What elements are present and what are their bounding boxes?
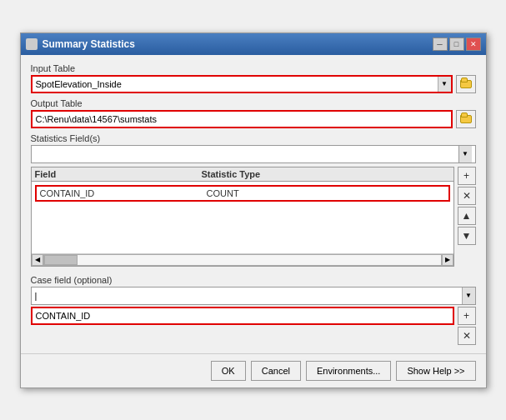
move-down-button[interactable]: ▼ xyxy=(458,227,476,245)
minimize-button[interactable]: ─ xyxy=(433,38,448,51)
folder-icon-2 xyxy=(460,115,472,123)
add-row-button[interactable]: + xyxy=(458,167,476,185)
input-table-dropdown-arrow[interactable]: ▼ xyxy=(438,77,451,92)
h-scrollbar-thumb[interactable] xyxy=(44,255,78,265)
case-value-row: CONTAIN_ID + ✕ xyxy=(31,307,476,345)
output-table-browse-button[interactable] xyxy=(456,110,476,128)
folder-icon xyxy=(460,80,472,88)
case-field-dropdown-arrow[interactable]: ▼ xyxy=(462,288,475,304)
title-bar-left: Summary Statistics xyxy=(26,38,135,50)
table-row[interactable]: CONTAIN_ID COUNT xyxy=(35,185,450,202)
move-up-button[interactable]: ▲ xyxy=(458,207,476,225)
table-side-buttons: + ✕ ▲ ▼ xyxy=(458,167,476,267)
input-table-label: Input Table xyxy=(31,63,476,73)
close-button[interactable]: ✕ xyxy=(466,38,481,51)
statistics-dropdown[interactable]: ▼ xyxy=(31,145,476,163)
title-bar: Summary Statistics ─ □ ✕ xyxy=(21,33,486,55)
table-header: Field Statistic Type xyxy=(32,168,453,182)
ok-button[interactable]: OK xyxy=(211,361,246,381)
input-table-browse-button[interactable] xyxy=(456,75,476,93)
environments-button[interactable]: Environments... xyxy=(306,361,391,381)
table-cell-statistic-type: COUNT xyxy=(207,188,445,198)
case-side-buttons: + ✕ xyxy=(458,307,476,345)
output-table-row: C:\Renu\data\14567\sumstats xyxy=(31,110,476,128)
input-table-combo[interactable]: SpotElevation_Inside ▼ xyxy=(31,75,453,93)
h-scroll-left-arrow[interactable]: ◀ xyxy=(32,254,43,266)
case-selected-value[interactable]: CONTAIN_ID xyxy=(31,307,454,325)
output-table-label: Output Table xyxy=(31,98,476,108)
output-table-section: Output Table C:\Renu\data\14567\sumstats xyxy=(31,98,476,128)
app-icon xyxy=(26,38,38,50)
remove-row-button[interactable]: ✕ xyxy=(458,187,476,205)
summary-statistics-dialog: Summary Statistics ─ □ ✕ Input Table Spo… xyxy=(20,32,487,388)
case-field-combo[interactable]: | ▼ xyxy=(31,287,476,305)
case-field-value: | xyxy=(32,288,462,304)
statistic-type-column-header: Statistic Type xyxy=(202,169,450,179)
field-column-header: Field xyxy=(35,169,202,179)
cancel-button[interactable]: Cancel xyxy=(251,361,301,381)
table-body: CONTAIN_ID COUNT xyxy=(32,182,453,253)
statistics-fields-section: Statistics Field(s) ▼ Field Statistic Ty… xyxy=(31,133,476,267)
statistics-fields-label: Statistics Field(s) xyxy=(31,133,476,143)
title-controls: ─ □ ✕ xyxy=(433,38,481,51)
h-scrollbar-container: ◀ ▶ xyxy=(32,253,453,266)
input-table-row: SpotElevation_Inside ▼ xyxy=(31,75,476,93)
case-field-label: Case field (optional) xyxy=(31,275,476,285)
dialog-footer: OK Cancel Environments... Show Help >> xyxy=(21,353,486,388)
case-add-button[interactable]: + xyxy=(458,307,476,325)
output-table-input[interactable]: C:\Renu\data\14567\sumstats xyxy=(31,110,453,128)
statistics-table: Field Statistic Type CONTAIN_ID COUNT ◀ xyxy=(31,167,454,267)
statistics-dropdown-arrow[interactable]: ▼ xyxy=(458,146,472,162)
h-scrollbar-track[interactable] xyxy=(43,254,442,266)
table-with-buttons: Field Statistic Type CONTAIN_ID COUNT ◀ xyxy=(31,167,476,267)
h-scroll-right-arrow[interactable]: ▶ xyxy=(442,254,453,266)
input-table-section: Input Table SpotElevation_Inside ▼ xyxy=(31,63,476,93)
statistics-dropdown-row: ▼ xyxy=(31,145,476,163)
table-cell-field: CONTAIN_ID xyxy=(40,188,207,198)
input-table-value: SpotElevation_Inside xyxy=(33,77,438,92)
dialog-content: Input Table SpotElevation_Inside ▼ Outpu… xyxy=(21,55,486,353)
case-field-input-row: | ▼ xyxy=(31,287,476,305)
maximize-button[interactable]: □ xyxy=(449,38,464,51)
window-title: Summary Statistics xyxy=(43,38,135,50)
case-remove-button[interactable]: ✕ xyxy=(458,327,476,345)
show-help-button[interactable]: Show Help >> xyxy=(396,361,475,381)
case-field-section: Case field (optional) | ▼ CONTAIN_ID + ✕ xyxy=(31,275,476,345)
